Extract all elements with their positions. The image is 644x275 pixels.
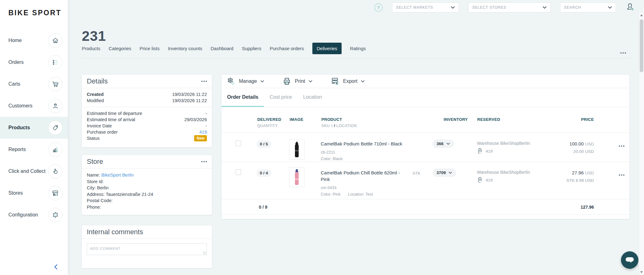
store-name-link[interactable]: BikeSport Berlin [101, 173, 134, 178]
sidebar-item-configuration[interactable]: Configuration [0, 204, 68, 226]
scrollbar-thumb[interactable] [640, 19, 643, 72]
manage-gears-icon [226, 77, 236, 86]
delivered-quantity-badge: 0 / 4 [256, 169, 271, 177]
tab-price-lists[interactable]: Price lists [140, 46, 160, 51]
scroll-down-arrow[interactable] [640, 271, 643, 273]
cart-icon [48, 77, 63, 91]
col-sku-location: SKU ↑ / LOCATION [321, 124, 357, 128]
tab-suppliers[interactable]: Suppliers [242, 46, 261, 51]
inventory-select[interactable]: 3709 [432, 168, 456, 177]
sidebar-item-stores[interactable]: Stores [0, 182, 68, 204]
product-image [289, 167, 305, 187]
warehouse-name: Warehouse BikeShopBerlin [477, 170, 530, 175]
delivered-quantity-badge: 0 / 5 [256, 140, 271, 148]
store-postal-label: Postal Code: [87, 198, 113, 203]
print-button[interactable]: Print [282, 77, 312, 86]
table-footer: 0 / 9 127.96 [222, 199, 629, 215]
sidebar-collapse-button[interactable] [50, 263, 62, 271]
warehouse-name: Warehouse BikeShopBerlin [477, 141, 530, 146]
clipboard-check-icon [477, 148, 483, 154]
tab-deliveries[interactable]: Deliveries [312, 43, 342, 54]
user-account-icon[interactable] [625, 2, 635, 13]
page-title: 231 [82, 28, 106, 44]
sidebar-item-carts[interactable]: Carts [0, 73, 68, 95]
purchase-order-link[interactable]: 419 [199, 129, 207, 135]
inventory-select[interactable]: 366 [432, 140, 454, 148]
chevron-down-icon [309, 80, 312, 83]
tag-icon [48, 121, 63, 135]
etd-value: - [205, 110, 207, 116]
internal-comments-title: Internal comments [87, 228, 143, 236]
store-phone-label: Phone: [87, 205, 101, 210]
chat-bubble-icon [625, 256, 634, 264]
status-badge: New [194, 135, 207, 141]
product-name-link[interactable]: CamelBak Podium Chill Bottle 620ml - Pin… [321, 170, 400, 182]
select-stores-dropdown[interactable]: SELECT STORES [468, 2, 551, 12]
price-value: 27.96 [572, 170, 584, 175]
search-dropdown[interactable]: SEARCH [560, 2, 616, 12]
store-menu[interactable] [201, 161, 207, 162]
vertical-scrollbar [639, 12, 644, 275]
tab-dashboard[interactable]: Dashboard [211, 46, 233, 51]
tab-inventory-counts[interactable]: Inventory counts [168, 46, 202, 51]
internal-comments-card: Internal comments [82, 225, 212, 268]
row-checkbox[interactable] [236, 169, 241, 175]
chevron-down-icon [260, 80, 264, 83]
export-icon [330, 77, 340, 86]
scroll-up-arrow[interactable] [640, 14, 643, 16]
sidebar-item-orders[interactable]: Orders [0, 51, 68, 73]
page-overflow-menu[interactable] [620, 52, 626, 54]
product-name-link[interactable]: CamelBak Podium Bottle 710ml - Black [321, 141, 402, 146]
resize-grip[interactable] [203, 252, 206, 255]
select-markets-dropdown[interactable]: SELECT MARKETS [392, 2, 459, 12]
tab-purchase-orders[interactable]: Purchase orders [270, 46, 304, 51]
sidebar-item-customers[interactable]: Customers [0, 95, 68, 117]
sidebar-item-home[interactable]: Home [0, 30, 68, 51]
add-comment-input[interactable] [87, 243, 207, 255]
sidebar-item-products[interactable]: Products [0, 117, 68, 139]
storefront-icon [48, 186, 63, 200]
eta-label: Estimated time of arrival [87, 116, 135, 123]
tab-order-details[interactable]: Order Details [222, 88, 264, 107]
store-card: Store Name: BikeSport Berlin Store id: C… [82, 155, 212, 215]
col-inventory: INVENTORY [444, 117, 468, 122]
col-delivered: DELIVERED [257, 117, 281, 122]
help-icon[interactable]: ? [374, 3, 383, 12]
store-city-label: City: [87, 185, 96, 190]
chevron-down-icon [451, 6, 455, 9]
col-quantity: QUANTITY [257, 124, 278, 128]
topbar: ? SELECT MARKETS SELECT STORES SEARCH [374, 2, 635, 12]
col-reserved: RESERVED [477, 117, 500, 122]
tab-cost-price[interactable]: Cost price [264, 88, 297, 107]
export-button[interactable]: Export [330, 77, 365, 86]
chevron-down-icon [543, 6, 547, 9]
sidebar-item-reports[interactable]: Reports [0, 139, 68, 160]
row-menu[interactable] [619, 145, 624, 147]
hand-pointer-icon [48, 164, 63, 178]
sidebar-nav: Home Orders Carts Customers Products [0, 30, 68, 226]
product-variant: Color: Pink [321, 192, 341, 197]
col-price: PRICE [581, 117, 594, 122]
purchase-order-label: Purchase order [87, 129, 118, 135]
row-checkbox[interactable] [236, 140, 241, 146]
tabs-divider [82, 58, 629, 59]
created-label: Created [87, 91, 104, 97]
tab-ratings[interactable]: Ratings [350, 46, 366, 51]
store-name-label: Name: [87, 173, 100, 178]
tab-categories[interactable]: Categories [109, 46, 131, 51]
created-value: 19/03/2026 11:22 [172, 91, 207, 97]
col-image: IMAGE [290, 117, 303, 122]
manage-button[interactable]: Manage [226, 77, 264, 86]
delivery-row: 0 / 4 CamelBak Podium Chill Bottle 620ml… [222, 162, 629, 199]
tab-location[interactable]: Location [298, 88, 328, 107]
chat-button[interactable] [621, 251, 638, 269]
sku-sort-header[interactable]: SKU ↑ [321, 124, 333, 128]
product-location: Location: Test [348, 192, 373, 197]
chevron-down-icon [446, 143, 450, 145]
sidebar-item-click-and-collect[interactable]: Click and Collect [0, 160, 68, 182]
details-menu[interactable] [201, 81, 207, 82]
details-card: Details Created19/03/2026 11:22 Modified… [82, 75, 212, 147]
sidebar: BIKE SPORT Home Orders Carts Customers [0, 0, 68, 275]
tab-products[interactable]: Products [82, 46, 100, 51]
row-menu[interactable] [619, 174, 624, 176]
